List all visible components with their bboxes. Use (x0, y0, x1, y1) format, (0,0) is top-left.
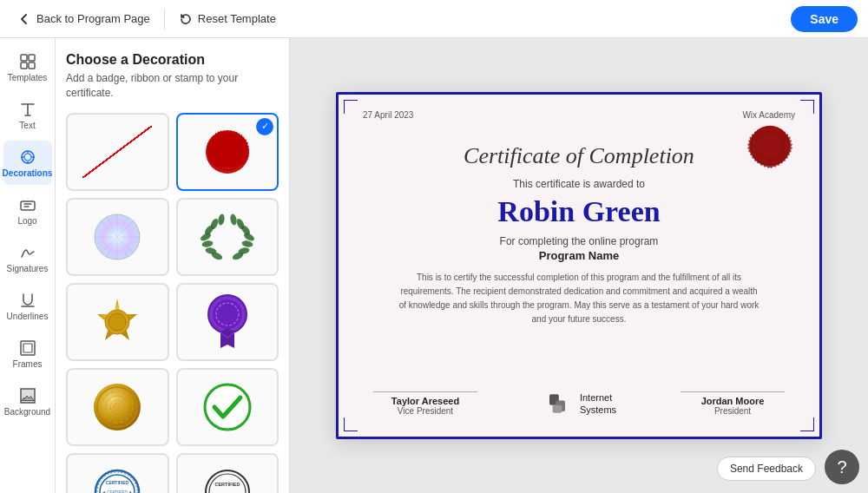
sidebar-item-background-label: Background (4, 407, 50, 417)
gold-circle-visual (90, 380, 144, 434)
svg-rect-0 (21, 55, 27, 61)
certificate: 27 April 2023 Wix Academy Certificate of… (336, 92, 822, 439)
signer1-title: Vice President (373, 406, 477, 416)
send-feedback-button[interactable]: Send Feedback (717, 457, 816, 481)
sidebar-item-underlines-label: Underlines (7, 312, 49, 321)
svg-point-38 (108, 313, 126, 331)
svg-rect-68 (553, 405, 562, 413)
cert-recipient-name: Robin Green (497, 195, 660, 228)
signer2-title: President (681, 406, 785, 416)
svg-point-33 (241, 240, 253, 247)
signer2-name: Jordan Moore (681, 396, 785, 406)
corner-tl (344, 100, 358, 114)
cert-signer-1: Taylor Areseed Vice President (373, 391, 477, 416)
topbar-left: Back to Program Page Reset Template (10, 9, 283, 30)
decoration-item-purple-badge[interactable] (176, 283, 279, 361)
decoration-item-gold-seal[interactable] (66, 283, 169, 361)
cert-company-logo: Internet Systems (542, 388, 616, 419)
selected-check: ✓ (256, 118, 273, 135)
gold-seal-visual (90, 295, 144, 349)
none-decoration-visual (82, 126, 152, 178)
svg-point-25 (218, 214, 225, 225)
decoration-item-none[interactable] (66, 113, 169, 191)
sidebar-item-logo[interactable]: Logo (3, 188, 52, 233)
sidebar-item-text[interactable]: Text (3, 93, 52, 137)
corner-tr (800, 100, 814, 114)
sidebar-item-decorations[interactable]: Decorations (3, 141, 52, 185)
svg-rect-6 (21, 201, 35, 210)
laurel-visual (197, 211, 258, 263)
cert-program-name: Program Name (539, 249, 619, 262)
panel-title: Choose a Decoration (66, 52, 279, 68)
cert-completing-text: For completing the online program (500, 235, 659, 247)
sidebar-icons: Templates Text Decorations Logo (0, 38, 56, 493)
signer1-line (373, 391, 477, 392)
svg-point-49 (112, 402, 122, 412)
sidebar-item-frames-label: Frames (13, 359, 43, 369)
cert-logo-text: Internet Systems (580, 391, 616, 417)
back-button[interactable]: Back to Program Page (10, 9, 157, 30)
svg-point-5 (24, 154, 31, 161)
certified-visual: CERTIFIED ✦ CERTIFIED ✦ CERTIFIED (201, 465, 254, 493)
decoration-icon (18, 148, 37, 167)
frame-icon (18, 339, 37, 358)
stamp-svg (745, 121, 795, 171)
cert-stamp-decoration (745, 121, 795, 174)
svg-point-35 (232, 251, 243, 260)
cert-title: Certificate of Completion (464, 143, 694, 169)
svg-rect-1 (29, 55, 35, 61)
topbar: Back to Program Page Reset Template Save (0, 0, 868, 38)
help-icon: ? (837, 457, 846, 477)
decoration-item-certified[interactable]: CERTIFIED ✦ CERTIFIED ✦ CERTIFIED (176, 453, 279, 493)
decorations-panel: Choose a Decoration Add a badge, ribbon … (56, 38, 290, 493)
purple-badge-visual (201, 292, 253, 352)
decoration-item-laurel[interactable] (176, 198, 279, 276)
main-area: Templates Text Decorations Logo (0, 38, 868, 493)
decoration-item-red-stamp[interactable]: ✓ (176, 113, 279, 191)
cert-signer-2: Jordan Moore President (681, 391, 785, 416)
corner-bl (344, 417, 358, 431)
cert-date: 27 April 2023 (363, 110, 413, 120)
decoration-item-holographic[interactable] (66, 198, 169, 276)
canvas-area: 27 April 2023 Wix Academy Certificate of… (290, 38, 868, 493)
reset-button[interactable]: Reset Template (172, 9, 283, 30)
svg-rect-2 (21, 62, 27, 69)
decoration-item-green-check[interactable] (176, 368, 279, 446)
sidebar-item-templates[interactable]: Templates (3, 45, 52, 89)
cert-org: Wix Academy (742, 110, 795, 120)
sidebar-item-text-label: Text (19, 121, 35, 130)
save-button[interactable]: Save (791, 6, 858, 32)
topbar-divider (164, 9, 165, 30)
back-label: Back to Program Page (36, 12, 150, 25)
blue-stamp-visual: CERTIFIED ✦ CERTIFIED ✦ CERTIFIED (90, 465, 144, 493)
svg-point-28 (211, 251, 222, 260)
decoration-item-gold-circle[interactable] (66, 368, 169, 446)
sidebar-item-underlines[interactable]: Underlines (3, 284, 52, 328)
sidebar-item-signatures[interactable]: Signatures (3, 236, 52, 280)
svg-rect-3 (29, 62, 35, 69)
sidebar-item-background[interactable]: Background (3, 379, 52, 424)
text-icon (18, 100, 37, 119)
svg-point-31 (235, 218, 245, 229)
svg-rect-9 (23, 344, 32, 352)
corner-br (800, 417, 814, 431)
svg-point-50 (205, 385, 250, 430)
sidebar-item-frames[interactable]: Frames (3, 332, 52, 376)
help-button[interactable]: ? (825, 450, 859, 484)
background-icon (18, 386, 37, 405)
cert-body-text: This is to certify the successful comple… (397, 271, 761, 326)
sidebar-item-decorations-label: Decorations (3, 168, 53, 178)
cert-footer: Taylor Areseed Vice President Internet S… (373, 379, 785, 419)
signature-icon (18, 243, 37, 262)
svg-point-32 (230, 214, 237, 225)
decoration-item-blue-stamp[interactable]: CERTIFIED ✦ CERTIFIED ✦ CERTIFIED (66, 453, 169, 493)
reset-label: Reset Template (198, 12, 276, 25)
sidebar-item-templates-label: Templates (8, 73, 48, 82)
svg-text:CERTIFIED: CERTIFIED (106, 480, 129, 485)
arrow-left-icon (17, 12, 31, 26)
reset-icon (179, 12, 193, 26)
panel-subtitle: Add a badge, ribbon or stamp to your cer… (66, 71, 279, 101)
logo-svg (542, 388, 573, 419)
sidebar-item-logo-label: Logo (17, 216, 36, 226)
green-check-visual (201, 380, 254, 434)
